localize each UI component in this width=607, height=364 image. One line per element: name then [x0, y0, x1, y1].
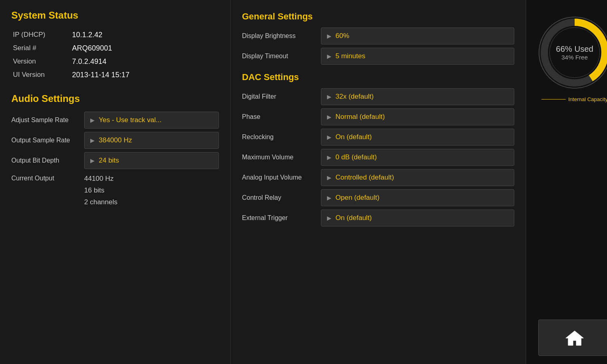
dac-setting-row: Maximum Volume ▶ 0 dB (default)	[242, 149, 514, 166]
arrow-icon: ▶	[327, 53, 331, 59]
dac-settings-title: DAC Settings	[242, 72, 514, 83]
dac-setting-row: Digital Filter ▶ 32x (default)	[242, 88, 514, 105]
audio-setting-row: Output Sample Rate ▶ 384000 Hz	[11, 132, 219, 149]
arrow-icon: ▶	[327, 114, 331, 120]
home-icon	[565, 329, 584, 346]
setting-value: Normal (default)	[335, 113, 385, 121]
info-value: 2013-11-14 15:17	[64, 68, 219, 82]
arrow-icon: ▶	[327, 174, 331, 181]
info-label: UI Version	[11, 68, 64, 82]
system-info-table: IP (DHCP)10.1.2.42Serial #ARQ609001Versi…	[11, 28, 219, 82]
audio-settings-rows: Adjust Sample Rate ▶ Yes - Use track val…	[11, 112, 219, 169]
arrow-icon: ▶	[327, 154, 331, 161]
right-panel: 66% Used 34% Free Internal Capacity	[526, 0, 607, 364]
mid-setting-label: Display Brightness	[242, 28, 321, 44]
current-output-row: Current Output 44100 Hz16 bits2 channels	[11, 173, 219, 208]
mid-setting-label: Display Timeout	[242, 48, 321, 65]
mid-setting-value-box[interactable]: ▶ 5 minutes	[321, 48, 514, 65]
mid-setting-label: External Trigger	[242, 210, 321, 226]
info-value: 7.0.2.4914	[64, 55, 219, 68]
system-info-row: Serial #ARQ609001	[11, 42, 219, 55]
setting-value: Open (default)	[335, 194, 380, 202]
setting-value: Yes - Use track val...	[99, 116, 161, 124]
capacity-line	[541, 99, 566, 99]
dac-setting-row: Phase ▶ Normal (default)	[242, 108, 514, 125]
mid-setting-value-box[interactable]: ▶ On (default)	[321, 129, 514, 146]
mid-setting-label: Digital Filter	[242, 88, 321, 105]
mid-setting-value-box[interactable]: ▶ 0 dB (default)	[321, 149, 514, 166]
donut-chart: 66% Used 34% Free	[534, 12, 607, 93]
mid-setting-label: Phase	[242, 108, 321, 125]
setting-value: Controlled (default)	[335, 174, 394, 182]
arrow-icon: ▶	[327, 195, 331, 201]
mid-setting-label: Reclocking	[242, 129, 321, 146]
system-info-row: UI Version2013-11-14 15:17	[11, 68, 219, 82]
setting-value: On (default)	[335, 133, 372, 141]
info-value: 10.1.2.42	[64, 28, 219, 42]
donut-section: 66% Used 34% Free Internal Capacity	[534, 12, 607, 102]
current-output-value: 2 channels	[84, 197, 117, 208]
mid-setting-value-box[interactable]: ▶ 60%	[321, 28, 514, 44]
mid-setting-label: Control Relay	[242, 189, 321, 206]
left-panel: System Status IP (DHCP)10.1.2.42Serial #…	[0, 0, 231, 364]
audio-setting-row: Output Bit Depth ▶ 24 bits	[11, 152, 219, 169]
general-settings-rows: Display Brightness ▶ 60% Display Timeout…	[242, 28, 514, 65]
current-output-values: 44100 Hz16 bits2 channels	[84, 173, 117, 208]
info-label: Version	[11, 55, 64, 68]
system-info-row: IP (DHCP)10.1.2.42	[11, 28, 219, 42]
arrow-icon: ▶	[327, 134, 331, 140]
setting-value-box[interactable]: ▶ 24 bits	[84, 152, 219, 169]
donut-free-label: 34% Free	[556, 54, 593, 61]
current-output-value: 16 bits	[84, 185, 117, 197]
setting-label: Output Sample Rate	[11, 132, 84, 149]
mid-setting-value-box[interactable]: ▶ 32x (default)	[321, 88, 514, 105]
mid-setting-label: Maximum Volume	[242, 149, 321, 166]
setting-value: 60%	[335, 32, 349, 40]
mid-panel: General Settings Display Brightness ▶ 60…	[231, 0, 526, 364]
arrow-icon: ▶	[90, 157, 95, 164]
arrow-icon: ▶	[90, 137, 95, 144]
mid-setting-label: Analog Input Volume	[242, 169, 321, 186]
svg-marker-4	[566, 331, 584, 345]
setting-value: On (default)	[335, 214, 372, 222]
setting-value: 32x (default)	[335, 93, 374, 101]
arrow-icon: ▶	[327, 215, 331, 221]
info-value: ARQ609001	[64, 42, 219, 55]
mid-setting-value-box[interactable]: ▶ Open (default)	[321, 189, 514, 206]
general-setting-row: Display Brightness ▶ 60%	[242, 28, 514, 44]
home-button[interactable]	[538, 320, 607, 356]
dac-setting-row: Control Relay ▶ Open (default)	[242, 189, 514, 206]
setting-value-box[interactable]: ▶ 384000 Hz	[84, 132, 219, 149]
mid-setting-value-box[interactable]: ▶ Controlled (default)	[321, 169, 514, 186]
setting-value: 5 minutes	[335, 52, 365, 60]
arrow-icon: ▶	[327, 93, 331, 100]
dac-settings-rows: Digital Filter ▶ 32x (default) Phase ▶ N…	[242, 88, 514, 226]
info-label: IP (DHCP)	[11, 28, 64, 42]
info-label: Serial #	[11, 42, 64, 55]
mid-setting-value-box[interactable]: ▶ On (default)	[321, 210, 514, 226]
setting-label: Adjust Sample Rate	[11, 112, 84, 129]
internal-capacity-label: Internal Capacity	[541, 96, 607, 102]
setting-value: 0 dB (default)	[335, 153, 377, 161]
audio-setting-row: Adjust Sample Rate ▶ Yes - Use track val…	[11, 112, 219, 129]
system-info-row: Version7.0.2.4914	[11, 55, 219, 68]
setting-label: Output Bit Depth	[11, 152, 84, 169]
mid-setting-value-box[interactable]: ▶ Normal (default)	[321, 108, 514, 125]
setting-value-box[interactable]: ▶ Yes - Use track val...	[84, 112, 219, 129]
system-status-title: System Status	[11, 10, 219, 21]
donut-used-label: 66% Used	[556, 44, 593, 54]
general-setting-row: Display Timeout ▶ 5 minutes	[242, 48, 514, 65]
donut-text: 66% Used 34% Free	[556, 44, 593, 61]
arrow-icon: ▶	[327, 33, 331, 39]
dac-setting-row: Analog Input Volume ▶ Controlled (defaul…	[242, 169, 514, 186]
dac-setting-row: External Trigger ▶ On (default)	[242, 210, 514, 226]
setting-value: 24 bits	[99, 157, 119, 165]
arrow-icon: ▶	[90, 117, 95, 123]
dac-setting-row: Reclocking ▶ On (default)	[242, 129, 514, 146]
current-output-label: Current Output	[11, 173, 84, 208]
current-output-value: 44100 Hz	[84, 173, 117, 185]
setting-value: 384000 Hz	[99, 136, 132, 144]
general-settings-title: General Settings	[242, 11, 514, 22]
audio-settings-title: Audio Settings	[11, 93, 219, 104]
